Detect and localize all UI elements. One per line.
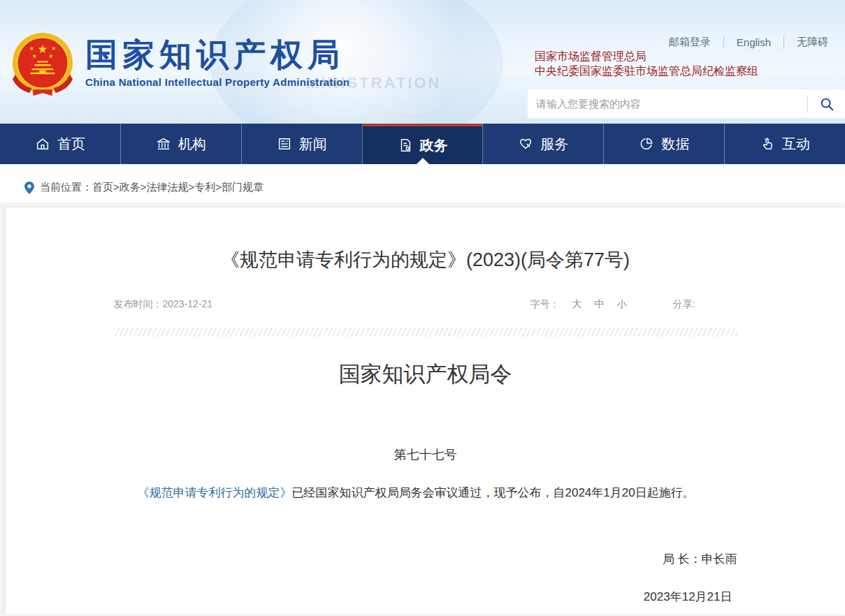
related-links: 国家市场监督管理总局 中央纪委国家监委驻市场监管总局纪检监察组 (535, 49, 758, 78)
nav-item-data[interactable]: 数据 (603, 124, 724, 164)
nav-item-label: 数据 (661, 135, 689, 154)
search-box (528, 89, 845, 118)
news-icon (277, 136, 292, 152)
breadcrumb-label: 当前位置： (40, 181, 92, 194)
breadcrumb: 当前位置： 首页>政务>法律法规>专利>部门规章 (0, 173, 845, 203)
nav-item-label: 政务 (420, 136, 448, 155)
accessibility-link[interactable]: 无障碍 (783, 36, 841, 49)
svg-text:★: ★ (29, 45, 34, 52)
nav-item-label: 首页 (57, 135, 85, 154)
decree-number: 第七十七号 (114, 446, 737, 463)
nav-item-label: 机构 (178, 135, 206, 154)
nav-item-government-affairs[interactable]: 政务 (362, 124, 483, 164)
gov-affairs-icon (398, 138, 413, 153)
english-link[interactable]: English (723, 36, 783, 48)
decree-paragraph: 《规范申请专利行为的规定》已经国家知识产权局局务会审议通过，现予公布，自2024… (114, 483, 737, 504)
site-title: 国家知识产权局 (85, 36, 349, 73)
topbar-links: 邮箱登录 English 无障碍 (656, 36, 841, 49)
mailbox-login-link[interactable]: 邮箱登录 (656, 36, 723, 49)
interact-icon (760, 136, 775, 152)
search-icon (819, 96, 835, 112)
nav-item-institution[interactable]: 机构 (120, 124, 241, 164)
nav-item-label: 新闻 (299, 135, 327, 154)
signer-line: 局 长：申长雨 (114, 551, 737, 567)
regulation-link[interactable]: 《规范申请专利行为的规定》 (138, 486, 292, 499)
decree-paragraph-text: 已经国家知识产权局局务会审议通过，现予公布，自2024年1月20日起施行。 (292, 486, 695, 499)
main-nav: 首页 机构 新闻 政务 服务 数据 (0, 124, 845, 164)
article-meta-row: 发布时间：2023-12-21 字号： 大 中 小 分享: (114, 298, 737, 311)
article-card: 《规范申请专利行为的规定》(2023)(局令第77号) 发布时间：2023-12… (6, 207, 845, 615)
nav-item-services[interactable]: 服务 (482, 124, 603, 164)
nav-item-home[interactable]: 首页 (0, 124, 120, 164)
decree-heading: 国家知识产权局令 (114, 360, 737, 389)
share-label: 分享: (673, 298, 695, 311)
font-size-label: 字号： (530, 298, 560, 311)
search-button[interactable] (807, 95, 845, 113)
nav-item-news[interactable]: 新闻 (241, 124, 362, 164)
font-size-small-button[interactable]: 小 (617, 298, 627, 311)
svg-text:★: ★ (48, 53, 53, 59)
national-emblem-logo: ★ ★ ★ ★ ★ (10, 32, 75, 98)
sign-date-line: 2023年12月21日 (114, 589, 737, 605)
location-pin-icon (24, 182, 34, 194)
nav-gap (0, 164, 845, 173)
svg-text:★: ★ (32, 53, 37, 59)
service-icon (518, 136, 533, 152)
site-header: MINISTRATION 邮箱登录 English 无障碍 ★ ★ ★ ★ ★ … (0, 0, 845, 124)
search-input[interactable] (528, 89, 807, 118)
samr-link[interactable]: 国家市场监督管理总局 (535, 49, 758, 64)
breadcrumb-path[interactable]: 首页>政务>法律法规>专利>部门规章 (92, 181, 263, 194)
svg-text:★: ★ (38, 43, 48, 56)
site-title-block: 国家知识产权局 China National Intellectual Prop… (85, 36, 349, 88)
font-size-medium-button[interactable]: 中 (595, 298, 605, 311)
hatched-divider (114, 328, 737, 337)
nav-item-label: 互动 (782, 135, 810, 154)
article-title: 《规范申请专利行为的规定》(2023)(局令第77号) (114, 247, 737, 272)
font-size-large-button[interactable]: 大 (572, 298, 582, 311)
publish-time: 发布时间：2023-12-21 (114, 298, 530, 311)
home-icon (35, 136, 50, 152)
svg-text:★: ★ (51, 45, 56, 52)
nav-item-label: 服务 (540, 135, 568, 154)
data-icon (639, 136, 654, 152)
nav-item-interaction[interactable]: 互动 (724, 124, 845, 164)
discipline-inspection-link[interactable]: 中央纪委国家监委驻市场监管总局纪检监察组 (535, 64, 758, 78)
institution-icon (156, 136, 171, 152)
content-area: 《规范申请专利行为的规定》(2023)(局令第77号) 发布时间：2023-12… (0, 203, 845, 615)
site-subtitle: China National Intellectual Property Adm… (85, 76, 349, 88)
